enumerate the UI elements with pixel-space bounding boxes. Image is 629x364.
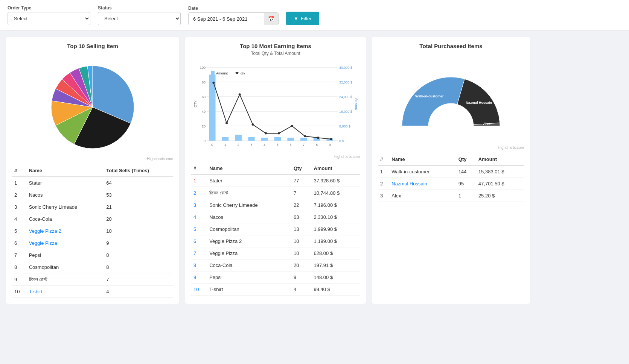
- qty-cell: 77: [291, 174, 312, 187]
- svg-rect-24: [248, 137, 254, 141]
- table-row: 10 T-shirt 4: [12, 286, 173, 298]
- name-cell: Stater: [207, 174, 291, 187]
- table-row: 4 Coca-Cola 20: [12, 213, 173, 225]
- status-select[interactable]: Select CompletedPendingCancelled: [98, 12, 181, 25]
- amount-cell: 197.91 $: [312, 259, 360, 271]
- col-qty: Qty: [456, 153, 476, 165]
- svg-text:7: 7: [303, 143, 305, 147]
- calendar-icon[interactable]: 📅: [264, 13, 278, 25]
- table-row: 4 Nacos 63 2,330.10 $: [191, 211, 360, 223]
- value-cell: 64: [104, 177, 173, 189]
- name-cell: Nacos: [207, 211, 291, 223]
- total-purchased-title: Total Purchaseed Items: [378, 43, 524, 49]
- amount-cell: 15,383.01 $: [476, 165, 524, 178]
- qty-cell: 22: [291, 199, 312, 211]
- name-cell: Nacos: [27, 189, 104, 201]
- svg-text:5: 5: [277, 143, 279, 147]
- top-earning-table: # Name Qty Amount 1 Stater 77 37,928.60 …: [191, 162, 360, 296]
- amount-cell: 99.40 $: [312, 284, 360, 296]
- name-cell: Veggie Pizza: [27, 237, 104, 249]
- rank-cell: 10: [12, 286, 27, 298]
- donut-chart: Walk-in-customerNazmul HossainAlex: [398, 60, 504, 135]
- amount-cell: 1,199.00 $: [312, 235, 360, 247]
- rank-cell: 2: [12, 189, 27, 201]
- amount-cell: 47,701.50 $: [476, 178, 524, 190]
- col-amount: Amount: [312, 162, 360, 174]
- col-rank: #: [378, 153, 389, 165]
- svg-text:80: 80: [202, 80, 206, 84]
- donut-chart-container: Walk-in-customerNazmul HossainAlex: [378, 51, 524, 145]
- svg-text:40,000 $: 40,000 $: [339, 66, 352, 70]
- qty-cell: 1: [456, 190, 476, 202]
- value-cell: 20: [104, 213, 173, 225]
- svg-text:Alex: Alex: [483, 122, 490, 126]
- svg-rect-28: [274, 137, 281, 141]
- col-total-sells: Total Sells (Times): [104, 165, 173, 177]
- table-row: 3 Sonic Cherry Limeade 21: [12, 201, 173, 213]
- amount-cell: 37,928.60 $: [312, 174, 360, 187]
- name-cell: Nazmul Hossain: [389, 178, 456, 190]
- table-row: 1 Stater 77 37,928.60 $: [191, 174, 360, 187]
- col-rank: #: [191, 162, 207, 174]
- top-earning-title: Top 10 Most Earning Items: [191, 43, 360, 49]
- svg-text:60: 60: [202, 95, 206, 99]
- amount-cell: 2,330.10 $: [312, 211, 360, 223]
- table-row: 3 Sonic Cherry Limeade 22 7,196.00 $: [191, 199, 360, 211]
- table-row: 1 Walk-in-customer 144 15,383.01 $: [378, 165, 524, 178]
- top-earning-subtitle: Total Qty & Total Amount: [191, 51, 360, 56]
- filter-button[interactable]: ▼ Filter: [286, 12, 319, 25]
- svg-text:2: 2: [238, 143, 239, 147]
- table-row: 8 Cosmopolitan 8: [12, 261, 173, 273]
- top-bar: Order Type Select Dine-inTakeawayDeliver…: [0, 0, 629, 31]
- rank-cell: 8: [191, 259, 207, 271]
- name-cell: Walk-in-customer: [389, 165, 456, 178]
- rank-cell: 5: [191, 223, 207, 235]
- svg-rect-48: [211, 71, 215, 75]
- svg-point-43: [278, 132, 280, 135]
- rank-cell: 9: [191, 271, 207, 284]
- rank-cell: 2: [191, 187, 207, 199]
- qty-cell: 13: [291, 223, 312, 235]
- table-row: 1 Stater 64: [12, 177, 173, 189]
- svg-point-38: [212, 82, 215, 84]
- svg-rect-22: [235, 135, 242, 141]
- value-cell: 53: [104, 189, 173, 201]
- rank-cell: 3: [378, 190, 389, 202]
- table-row: 7 Pepsi 8: [12, 249, 173, 261]
- rank-cell: 8: [12, 261, 27, 273]
- svg-text:9: 9: [329, 143, 331, 147]
- svg-text:0: 0: [204, 139, 206, 143]
- amount-cell: 10,744.80 $: [312, 187, 360, 199]
- svg-text:8: 8: [316, 143, 318, 147]
- table-row: 2 Nacos 53: [12, 189, 173, 201]
- svg-point-44: [291, 125, 293, 127]
- svg-text:0: 0: [211, 143, 213, 147]
- svg-text:3: 3: [250, 143, 252, 147]
- date-input[interactable]: [189, 13, 264, 25]
- table-row: 10 T-shirt 4 99.40 $: [191, 284, 360, 296]
- value-cell: 10: [104, 225, 173, 237]
- amount-cell: 1,999.90 $: [312, 223, 360, 235]
- top-selling-card: Top 10 Selling Item Highcharts.com # Nam…: [6, 37, 179, 304]
- table-row: 2 চিকেন রোস্ট 7 10,744.80 $: [191, 187, 360, 199]
- svg-rect-32: [300, 138, 307, 141]
- svg-text:Amount: Amount: [216, 71, 228, 75]
- earning-credit: Highcharts.com: [191, 155, 360, 159]
- svg-rect-30: [287, 138, 294, 141]
- name-cell: Cosmopolitan: [27, 261, 104, 273]
- value-cell: 21: [104, 201, 173, 213]
- name-cell: চিকেন রোস্ট: [27, 273, 104, 286]
- rank-cell: 7: [12, 249, 27, 261]
- qty-cell: 63: [291, 211, 312, 223]
- table-row: 9 Pepsi 9 148.00 $: [191, 271, 360, 284]
- name-cell: Alex: [389, 190, 456, 202]
- svg-text:32,000 $: 32,000 $: [339, 80, 352, 84]
- rank-cell: 3: [191, 199, 207, 211]
- order-type-select[interactable]: Select Dine-inTakeawayDelivery: [8, 12, 90, 25]
- col-qty: Qty: [291, 162, 312, 174]
- top-selling-title: Top 10 Selling Item: [12, 43, 173, 49]
- table-row: 6 Veggie Pizza 2 10 1,199.00 $: [191, 235, 360, 247]
- rank-cell: 4: [191, 211, 207, 223]
- qty-cell: 20: [291, 259, 312, 271]
- amount-cell: 25.20 $: [476, 190, 524, 202]
